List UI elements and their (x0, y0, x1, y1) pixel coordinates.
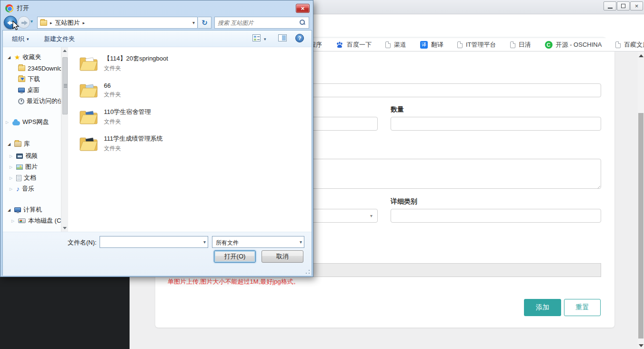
dialog-close-button[interactable]: × (296, 4, 310, 13)
crumb-separator-icon: ▸ (50, 21, 52, 25)
sidebar-item-local-disk-c[interactable]: ▷ 本地磁盘 (C: (11, 216, 61, 226)
quantity-input[interactable] (391, 117, 601, 131)
views-caret-icon[interactable]: ▾ (264, 37, 266, 41)
minimize-button[interactable] (604, 1, 616, 10)
filename-combobox[interactable]: ▾ (100, 236, 208, 248)
folder-icon (80, 136, 98, 152)
dialog-search-input[interactable] (218, 19, 296, 27)
bookmark-item[interactable]: IT管理平台 (457, 41, 496, 49)
mouse-cursor (12, 21, 20, 31)
dialog-nav-pane: ◢ ★ 收藏夹 2345Downlo 下载 桌面 (3, 47, 61, 232)
chrome-icon (5, 4, 13, 12)
nav-scrollbar[interactable] (61, 47, 68, 232)
library-icon (14, 141, 21, 147)
crumb-separator-icon[interactable]: ▸ (83, 21, 85, 25)
expand-icon[interactable]: ▷ (10, 165, 14, 169)
page-icon (457, 41, 463, 48)
expand-icon[interactable]: ◢ (8, 55, 12, 60)
search-icon (300, 20, 305, 25)
file-list: 【114】20套springboot文件夹 66文件夹 (68, 47, 312, 232)
computer-icon (14, 207, 21, 212)
sidebar-item-2345download[interactable]: 2345Downlo (18, 63, 61, 73)
file-row[interactable]: 111学生成绩管理系统文件夹 (68, 131, 306, 156)
preview-pane-icon[interactable] (278, 34, 287, 41)
reset-button[interactable]: 重置 (564, 299, 601, 316)
scroll-up-icon[interactable] (639, 54, 644, 57)
expand-icon[interactable]: ◢ (8, 142, 12, 146)
scroll-up-icon[interactable] (63, 50, 67, 52)
close-icon: × (635, 3, 639, 9)
sidebar-item-computer[interactable]: ◢ 计算机 (8, 205, 42, 215)
organize-button[interactable]: 组织 ▾ (12, 35, 29, 43)
oschina-icon: C (545, 41, 553, 49)
help-icon[interactable]: ? (295, 34, 304, 42)
recent-places-icon (18, 98, 24, 104)
page-icon (385, 41, 391, 48)
page-scrollbar-thumb[interactable] (638, 113, 644, 339)
views-icon[interactable] (252, 34, 261, 41)
new-folder-button[interactable]: 新建文件夹 (44, 35, 75, 43)
star-icon: ★ (14, 54, 20, 61)
scroll-down-icon[interactable] (63, 227, 67, 229)
cloud-icon (12, 121, 20, 125)
bookmarks-row: 程序 百度一下 渠道 译 翻译 IT管理平台 (310, 38, 644, 51)
page-icon (615, 41, 621, 48)
sidebar-item-documents[interactable]: ▷ 文档 (10, 173, 36, 183)
history-caret-icon[interactable]: ▾ (30, 19, 33, 24)
file-row[interactable]: 【114】20套springboot文件夹 (68, 51, 306, 76)
page-scrollbar[interactable] (638, 51, 644, 349)
folder-icon (80, 56, 98, 72)
bookmark-item[interactable]: 百度一下 (336, 41, 372, 49)
sidebar-item-downloads[interactable]: 下载 (18, 74, 40, 84)
open-button[interactable]: 打开(O) (214, 250, 256, 263)
select-caret-icon: ▾ (370, 213, 372, 218)
folder-icon (18, 65, 25, 71)
restore-icon (621, 4, 625, 8)
sidebar-item-music[interactable]: ▷ ♪ 音乐 (10, 184, 34, 194)
dialog-titlebar: 打开 (5, 4, 29, 12)
expand-icon[interactable]: ◢ (8, 208, 12, 212)
refresh-button[interactable]: ↻ (198, 17, 211, 29)
breadcrumb-folder[interactable]: 互站图片 (55, 19, 80, 27)
bookmark-item[interactable]: C 开源 - OSCHINA (545, 41, 602, 49)
nav-scrollbar-thumb[interactable] (62, 57, 68, 114)
file-row[interactable]: 66文件夹 (68, 78, 306, 103)
address-caret-icon[interactable]: ▾ (192, 20, 195, 25)
dialog-search-box[interactable] (214, 17, 309, 29)
textarea-resize-handle[interactable] (596, 184, 600, 188)
screen: × ☆ ⋮ 程序 百度一下 渠道 (0, 0, 644, 349)
expand-icon[interactable]: ▷ (10, 154, 14, 158)
document-icon (16, 175, 21, 181)
restore-button[interactable] (617, 1, 630, 10)
minimize-icon (608, 8, 613, 9)
sidebar-item-videos[interactable]: ▷ 视频 (10, 151, 38, 161)
bookmarks-overflow-icon[interactable]: » (630, 41, 634, 48)
resize-grip[interactable] (305, 269, 310, 274)
sidebar-item-pictures[interactable]: ▷ 图片 (10, 162, 38, 172)
sidebar-item-libraries[interactable]: ◢ 库 (8, 139, 30, 149)
file-row[interactable]: 110学生宿舍管理文件夹 (68, 104, 306, 129)
sidebar-item-recent-places[interactable]: 最近访问的位置 (18, 96, 61, 106)
detail-category-label: 详细类别 (391, 197, 417, 206)
sidebar-item-wps-cloud[interactable]: ▷ WPS网盘 (6, 117, 49, 127)
sidebar-item-favorites[interactable]: ◢ ★ 收藏夹 (8, 52, 41, 62)
dialog-title: 打开 (17, 4, 29, 12)
breadcrumb[interactable]: ▸ 互站图片 ▸ ▾ (37, 17, 198, 29)
cancel-button[interactable]: 取消 (262, 250, 303, 263)
expand-icon[interactable]: ▷ (10, 187, 14, 191)
combo-caret-icon[interactable]: ▾ (203, 239, 206, 245)
add-button[interactable]: 添加 (524, 299, 561, 316)
bookmark-item[interactable]: 译 翻译 (420, 41, 443, 49)
sidebar-item-desktop[interactable]: 桌面 (18, 85, 40, 95)
filename-input[interactable] (101, 237, 197, 246)
filetype-dropdown[interactable]: 所有文件 ▾ (212, 236, 304, 248)
expand-icon[interactable]: ▷ (10, 176, 14, 180)
detail-category-input[interactable] (391, 209, 601, 223)
expand-icon[interactable]: ▷ (11, 219, 16, 223)
scroll-down-icon[interactable] (639, 344, 644, 347)
translate-icon: 译 (420, 41, 428, 49)
expand-icon[interactable]: ▷ (6, 120, 10, 124)
bookmark-item[interactable]: 渠道 (385, 41, 406, 49)
bookmark-item[interactable]: 日清 (510, 41, 531, 49)
close-window-button[interactable]: × (630, 1, 643, 10)
